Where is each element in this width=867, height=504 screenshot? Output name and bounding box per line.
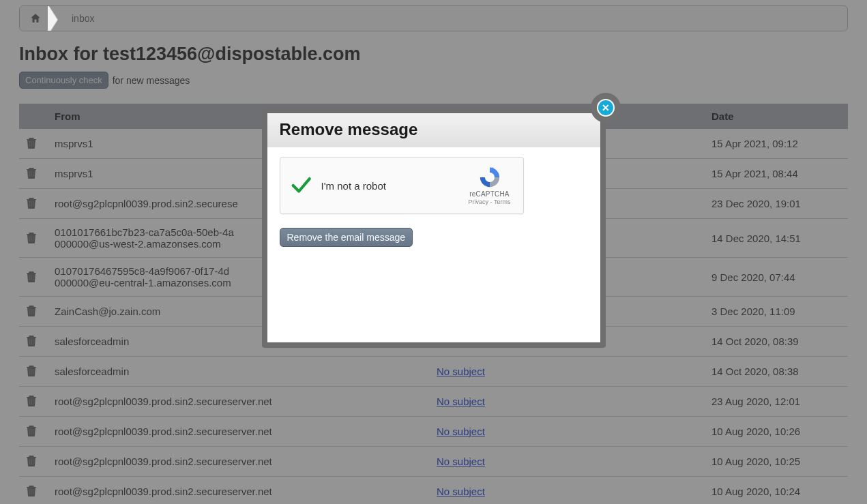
modal-title: Remove message <box>267 113 600 147</box>
recaptcha-widget[interactable]: I'm not a robot reCAPTCHA Privacy - <box>280 157 524 214</box>
recaptcha-brand: reCAPTCHA Privacy - Terms <box>463 163 516 208</box>
recaptcha-brand-text: reCAPTCHA <box>469 190 509 198</box>
recaptcha-privacy-link[interactable]: Privacy <box>469 198 489 205</box>
recaptcha-logo-icon <box>478 166 501 189</box>
remove-message-modal: Remove message I'm not a robot <box>262 108 606 348</box>
recaptcha-check-icon <box>280 174 321 197</box>
remove-email-button[interactable]: Remove the email message <box>280 228 413 247</box>
modal-overlay: Remove message I'm not a robot <box>0 0 867 504</box>
recaptcha-label: I'm not a robot <box>321 180 386 192</box>
recaptcha-terms-link[interactable]: Terms <box>494 198 511 205</box>
modal-close-button[interactable]: ✕ <box>591 93 621 123</box>
close-icon: ✕ <box>598 100 613 115</box>
